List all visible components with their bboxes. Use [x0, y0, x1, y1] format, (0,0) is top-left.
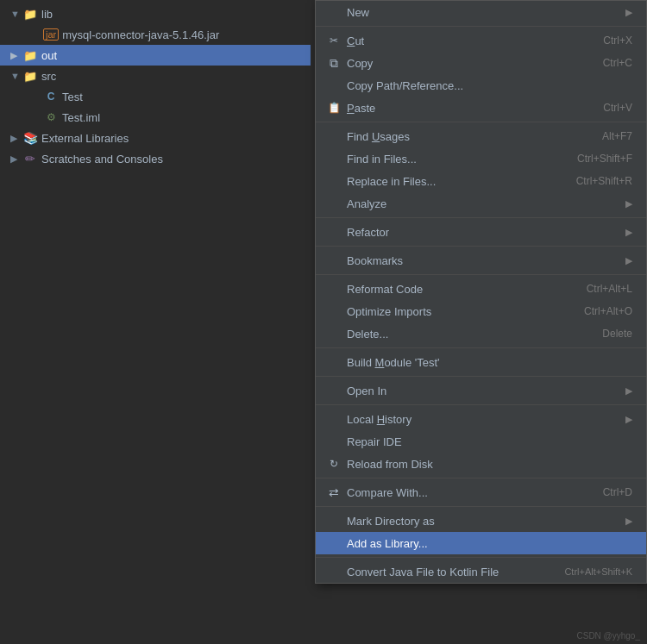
separator-5: [316, 274, 646, 275]
menu-item-find-in-files[interactable]: Find in Files... Ctrl+Shift+F: [316, 147, 646, 170]
label-add-library: Add as Library...: [347, 537, 632, 550]
label-repair-ide: Repair IDE: [347, 435, 632, 448]
scratches-icon: ✏: [22, 151, 38, 166]
separator-6: [316, 347, 646, 348]
java-icon: C: [43, 89, 59, 104]
shortcut-reformat: Ctrl+Alt+L: [587, 283, 632, 295]
compare-icon: ⇄: [326, 485, 342, 499]
label-out: out: [41, 49, 57, 62]
menu-item-mark-dir[interactable]: Mark Directory as ▶: [316, 510, 646, 532]
label-compare: Compare With...: [347, 486, 586, 499]
file-tree: ▼ 📁 lib jar mysql-connector-java-5.1.46.…: [0, 0, 311, 644]
label-reload: Reload from Disk: [347, 458, 632, 471]
label-cut: Cut: [347, 34, 586, 47]
folder-icon-out: 📁: [22, 47, 38, 63]
shortcut-find-usages: Alt+F7: [602, 130, 632, 142]
shortcut-copy: Ctrl+C: [603, 57, 632, 69]
arrow-scratches: ▶: [10, 153, 22, 165]
shortcut-compare: Ctrl+D: [603, 486, 632, 498]
label-analyze: Analyze: [347, 197, 619, 210]
menu-item-delete[interactable]: Delete... Delete: [316, 322, 646, 345]
submenu-arrow-analyze: ▶: [625, 198, 632, 209]
menu-item-copy[interactable]: ⧉ Copy Ctrl+C: [316, 52, 646, 74]
shortcut-cut: Ctrl+X: [603, 34, 632, 47]
label-replace-in-files: Replace in Files...: [347, 175, 559, 188]
arrow-lib: ▼: [10, 9, 22, 19]
submenu-arrow-local-history: ▶: [625, 414, 632, 425]
submenu-arrow-bookmarks: ▶: [625, 255, 632, 266]
menu-item-build-module[interactable]: Build Module 'Test': [316, 351, 646, 373]
menu-item-repair-ide[interactable]: Repair IDE: [316, 430, 646, 453]
separator-4: [316, 246, 646, 247]
label-convert-kotlin: Convert Java File to Kotlin File: [347, 566, 547, 578]
submenu-arrow-open-in: ▶: [625, 385, 632, 397]
copy-icon: ⧉: [326, 56, 342, 71]
label-reformat: Reformat Code: [347, 283, 569, 296]
tree-item-test-iml[interactable]: ⚙ Test.iml: [0, 107, 311, 128]
tree-item-lib[interactable]: ▼ 📁 lib: [0, 3, 311, 24]
arrow-ext: ▶: [10, 133, 22, 144]
menu-item-local-history[interactable]: Local History ▶: [316, 408, 646, 430]
separator-3: [316, 217, 646, 218]
submenu-arrow-refactor: ▶: [625, 227, 632, 238]
menu-item-reload[interactable]: ↻ Reload from Disk: [316, 453, 646, 475]
cut-icon: ✂: [326, 34, 342, 47]
tree-item-ext-lib[interactable]: ▶ 📚 External Libraries: [0, 128, 311, 148]
label-optimize: Optimize Imports: [347, 305, 567, 318]
menu-item-bookmarks[interactable]: Bookmarks ▶: [316, 249, 646, 272]
tree-item-mysql-jar[interactable]: jar mysql-connector-java-5.1.46.jar: [0, 24, 311, 45]
folder-icon-lib: 📁: [22, 6, 38, 22]
context-menu: New ▶ ✂ Cut Ctrl+X ⧉ Copy Ctrl+C Copy Pa…: [315, 0, 647, 584]
label-paste: Paste: [347, 102, 586, 115]
reload-icon: ↻: [326, 458, 342, 470]
shortcut-delete: Delete: [602, 328, 632, 340]
label-local-history: Local History: [347, 413, 619, 426]
tree-item-scratches[interactable]: ▶ ✏ Scratches and Consoles: [0, 148, 311, 169]
menu-item-open-in[interactable]: Open In ▶: [316, 379, 646, 402]
separator-9: [316, 478, 646, 478]
watermark: CSDN @yyhgo_: [576, 631, 640, 641]
tree-item-src[interactable]: ▼ 📁 src: [0, 66, 311, 86]
menu-item-find-usages[interactable]: Find Usages Alt+F7: [316, 125, 646, 147]
shortcut-paste: Ctrl+V: [603, 102, 632, 114]
menu-item-paste[interactable]: 📋 Paste Ctrl+V: [316, 97, 646, 119]
tree-item-out[interactable]: ▶ 📁 out: [0, 45, 311, 66]
jar-icon: jar: [43, 28, 59, 41]
label-find-usages: Find Usages: [347, 130, 585, 143]
label-scratches: Scratches and Consoles: [41, 153, 163, 166]
iml-icon: ⚙: [43, 109, 59, 125]
arrow-src: ▼: [10, 71, 22, 81]
menu-item-convert-kotlin[interactable]: Convert Java File to Kotlin File Ctrl+Al…: [316, 560, 646, 583]
label-delete: Delete...: [347, 328, 585, 341]
menu-item-analyze[interactable]: Analyze ▶: [316, 192, 646, 215]
menu-item-cut[interactable]: ✂ Cut Ctrl+X: [316, 29, 646, 52]
menu-item-add-library[interactable]: Add as Library...: [316, 532, 646, 554]
menu-item-copy-path[interactable]: Copy Path/Reference...: [316, 74, 646, 97]
submenu-arrow-new: ▶: [625, 7, 632, 18]
label-iml: Test.iml: [62, 111, 100, 124]
label-copy: Copy: [347, 57, 586, 70]
separator-11: [316, 557, 646, 558]
label-mysql-jar: mysql-connector-java-5.1.46.jar: [62, 28, 219, 41]
label-ext-lib: External Libraries: [41, 132, 129, 145]
menu-item-compare[interactable]: ⇄ Compare With... Ctrl+D: [316, 481, 646, 503]
separator-1: [316, 26, 646, 27]
shortcut-replace: Ctrl+Shift+R: [576, 175, 632, 187]
folder-icon-src: 📁: [22, 68, 38, 84]
separator-10: [316, 506, 646, 507]
label-lib: lib: [41, 8, 53, 21]
separator-7: [316, 376, 646, 377]
paste-icon: 📋: [326, 102, 342, 114]
menu-item-replace-in-files[interactable]: Replace in Files... Ctrl+Shift+R: [316, 170, 646, 192]
shortcut-optimize: Ctrl+Alt+O: [584, 305, 632, 317]
label-mark-dir: Mark Directory as: [347, 515, 619, 528]
menu-item-refactor[interactable]: Refactor ▶: [316, 221, 646, 243]
menu-item-reformat[interactable]: Reformat Code Ctrl+Alt+L: [316, 278, 646, 300]
menu-item-new[interactable]: New ▶: [316, 1, 646, 23]
arrow-out: ▶: [10, 50, 22, 61]
label-find-in-files: Find in Files...: [347, 153, 560, 166]
submenu-arrow-mark-dir: ▶: [625, 516, 632, 527]
menu-item-optimize[interactable]: Optimize Imports Ctrl+Alt+O: [316, 300, 646, 322]
tree-item-test[interactable]: C Test: [0, 86, 311, 107]
label-open-in: Open In: [347, 385, 619, 397]
